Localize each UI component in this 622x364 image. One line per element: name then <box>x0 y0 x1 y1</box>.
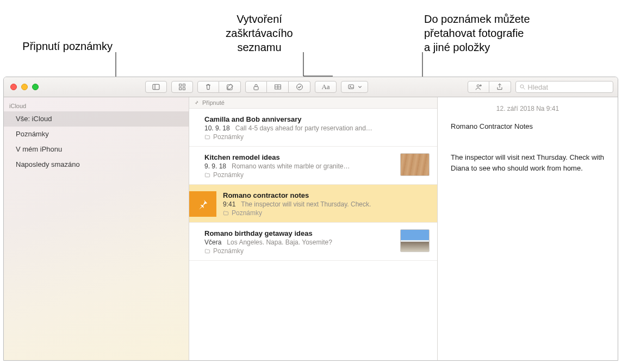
note-item-title: Romano contractor notes <box>223 191 430 199</box>
note-item-folder: Poznámky <box>204 247 394 255</box>
note-item-meta: 10. 9. 18Call 4-5 days ahead for party r… <box>204 124 430 132</box>
note-item-title: Camilla and Bob anniversary <box>204 115 430 123</box>
window-controls <box>10 84 39 90</box>
svg-rect-0 <box>153 84 159 89</box>
sidebar-item[interactable]: Poznámky <box>4 127 189 142</box>
note-list-item[interactable]: Kitchen remodel ideas9. 9. 18Romano want… <box>189 147 437 185</box>
note-list-item[interactable]: Camilla and Bob anniversary10. 9. 18Call… <box>189 109 437 147</box>
pin-indicator <box>189 191 216 217</box>
media-button[interactable] <box>341 81 368 93</box>
svg-line-19 <box>523 88 525 90</box>
sidebar-item[interactable]: V mém iPhonu <box>4 142 189 157</box>
lock-note-button[interactable] <box>245 81 267 93</box>
notes-app-window: Aa Hledat iCloud Vše: iCloudPoznámkyV <box>3 77 618 361</box>
svg-rect-2 <box>179 84 182 86</box>
zoom-window-button[interactable] <box>32 84 39 90</box>
folder-icon <box>223 210 229 216</box>
sidebar-item[interactable]: Naposledy smazáno <box>4 157 189 172</box>
note-item-title: Romano birthday getaway ideas <box>204 229 394 237</box>
svg-point-18 <box>520 85 524 88</box>
pinned-section-header: Připnuté <box>189 97 437 109</box>
folder-icon <box>204 172 210 178</box>
toolbar: Aa Hledat <box>4 77 618 97</box>
note-date: 12. září 2018 Na 9:41 <box>451 105 605 112</box>
note-title: Romano Contractor Notes <box>451 122 605 130</box>
pin-icon <box>194 100 199 105</box>
minimize-window-button[interactable] <box>21 84 28 90</box>
note-item-folder: Poznámky <box>204 133 430 141</box>
callouts-layer: Připnutí poznámky Vytvoření zaškrtávacíh… <box>0 0 622 76</box>
note-list-item[interactable]: Romano contractor notes9:41The inspector… <box>189 185 437 223</box>
note-content[interactable]: 12. září 2018 Na 9:41 Romano Contractor … <box>438 97 618 360</box>
note-list-item[interactable]: Romano birthday getaway ideasVčeraLos An… <box>189 223 437 261</box>
note-item-title: Kitchen remodel ideas <box>204 153 394 161</box>
collaborate-button[interactable] <box>468 81 489 93</box>
list-view-button[interactable] <box>171 81 193 93</box>
sidebar-account-heading: iCloud <box>4 101 189 111</box>
folder-icon <box>204 248 210 254</box>
search-input[interactable]: Hledat <box>515 81 614 93</box>
format-button[interactable]: Aa <box>315 81 337 93</box>
checklist-button[interactable] <box>289 81 310 93</box>
note-item-folder: Poznámky <box>204 171 394 179</box>
note-item-meta: VčeraLos Angeles. Napa. Baja. Yosemite? <box>204 239 394 246</box>
new-note-button[interactable] <box>219 81 241 93</box>
svg-rect-5 <box>183 87 185 90</box>
search-placeholder: Hledat <box>528 83 549 91</box>
share-button[interactable] <box>489 81 511 93</box>
note-item-meta: 9:41The inspector will visit next Thursd… <box>223 200 430 208</box>
note-thumbnail <box>400 229 430 252</box>
sidebar-item[interactable]: Vše: iCloud <box>4 111 189 127</box>
note-body: The inspector will visit next Thursday. … <box>451 152 605 173</box>
toggle-sidebar-button[interactable] <box>145 81 167 93</box>
search-icon <box>519 84 526 90</box>
svg-point-14 <box>477 85 479 87</box>
svg-rect-3 <box>183 84 185 86</box>
svg-rect-4 <box>179 87 182 90</box>
close-window-button[interactable] <box>10 84 17 90</box>
delete-note-button[interactable] <box>197 81 219 93</box>
folder-icon <box>204 134 210 140</box>
note-list: Připnuté Camilla and Bob anniversary10. … <box>189 97 438 360</box>
note-item-meta: 9. 9. 18Romano wants white marble or gra… <box>204 162 394 170</box>
sidebar: iCloud Vše: iCloudPoznámkyV mém iPhonuNa… <box>4 97 189 360</box>
table-button[interactable] <box>267 81 289 93</box>
note-item-folder: Poznámky <box>223 209 430 217</box>
svg-point-13 <box>350 86 351 87</box>
svg-rect-7 <box>254 86 258 90</box>
note-thumbnail <box>400 153 430 176</box>
